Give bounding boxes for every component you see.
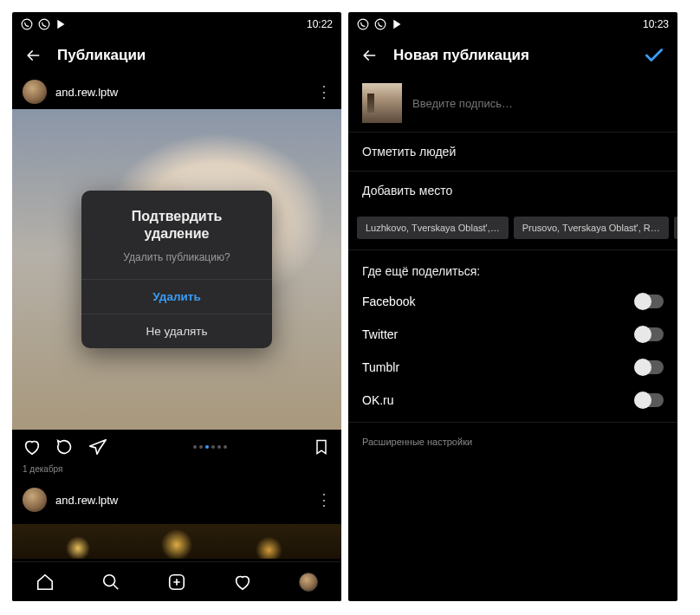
viber-icon <box>38 18 50 30</box>
dialog-cancel-button[interactable]: Не удалять <box>81 314 272 348</box>
play-store-icon <box>55 18 68 30</box>
viber-icon <box>21 18 33 30</box>
share-target-label: OK.ru <box>362 393 394 407</box>
add-post-icon[interactable] <box>167 573 186 592</box>
post-more-icon[interactable]: ⋮ <box>316 82 331 101</box>
viber-icon <box>357 18 369 30</box>
toggle-okru[interactable] <box>634 393 664 407</box>
post-header: and.rew.lptw ⋮ <box>12 74 341 109</box>
caption-input[interactable] <box>412 97 664 110</box>
confirm-delete-dialog: Подтвердить удаление Удалить публикацию?… <box>81 191 272 348</box>
status-bar: 10:23 <box>348 12 677 36</box>
location-chip[interactable]: Prusovo, Tverskaya Oblast', R… <box>514 217 669 239</box>
share-row-okru: OK.ru <box>348 384 677 417</box>
toggle-facebook[interactable] <box>634 295 664 308</box>
post-thumbnail[interactable] <box>362 83 402 123</box>
share-row-twitter: Twitter <box>348 318 677 351</box>
play-store-icon <box>392 18 404 30</box>
svg-point-4 <box>358 19 368 29</box>
share-target-label: Tumblr <box>362 360 399 374</box>
toggle-twitter[interactable] <box>634 327 664 341</box>
dialog-backdrop: Подтвердить удаление Удалить публикацию?… <box>12 109 341 430</box>
post-username[interactable]: and.rew.lptw <box>55 86 308 99</box>
status-bar: 10:22 <box>12 12 341 36</box>
avatar[interactable] <box>23 80 47 104</box>
bottom-nav <box>12 561 341 601</box>
post-more-icon[interactable]: ⋮ <box>316 490 331 509</box>
location-chip[interactable]: Luzhkovo, Tverskaya Oblast',… <box>357 217 509 239</box>
location-chip[interactable]: Прямух… <box>674 217 677 239</box>
back-arrow-icon[interactable] <box>24 47 42 64</box>
post-photo[interactable] <box>12 524 341 559</box>
phone-right: 10:23 Новая публикация Отметить людей До… <box>348 12 677 601</box>
app-header: Публикации <box>12 36 341 74</box>
phone-left: 10:22 Публикации and.rew.lptw ⋮ Подтверд… <box>12 12 341 601</box>
status-time: 10:22 <box>307 18 333 30</box>
add-location-row[interactable]: Добавить место <box>348 172 677 210</box>
share-target-label: Facebook <box>362 295 415 308</box>
share-row-facebook: Facebook <box>348 285 677 318</box>
dialog-title: Подтвердить удаление <box>81 191 272 246</box>
bookmark-icon[interactable] <box>312 437 331 456</box>
page-title: Публикации <box>57 47 329 64</box>
svg-point-0 <box>22 19 32 29</box>
svg-point-1 <box>39 19 49 29</box>
home-icon[interactable] <box>36 573 55 592</box>
post-username[interactable]: and.rew.lptw <box>55 494 308 507</box>
back-arrow-icon[interactable] <box>360 47 378 64</box>
toggle-tumblr[interactable] <box>634 360 664 374</box>
svg-point-5 <box>375 19 386 29</box>
post-date: 1 декабря <box>12 464 341 474</box>
post-action-bar <box>12 430 341 464</box>
post-header: and.rew.lptw ⋮ <box>12 482 341 517</box>
svg-point-2 <box>104 574 115 586</box>
share-row-tumblr: Tumblr <box>348 351 677 384</box>
like-icon[interactable] <box>23 437 42 456</box>
share-target-label: Twitter <box>362 327 398 341</box>
status-time: 10:23 <box>643 18 669 30</box>
tag-people-row[interactable]: Отметить людей <box>348 133 677 172</box>
dialog-message: Удалить публикацию? <box>81 246 272 279</box>
advanced-settings-row[interactable]: Расширенные настройки <box>348 422 677 461</box>
comment-icon[interactable] <box>55 437 75 456</box>
carousel-dots <box>193 445 227 449</box>
caption-row <box>348 74 677 133</box>
avatar[interactable] <box>23 488 47 512</box>
page-title: Новая публикация <box>393 47 627 64</box>
activity-icon[interactable] <box>233 573 252 592</box>
dialog-confirm-button[interactable]: Удалить <box>81 279 272 314</box>
viber-icon <box>374 18 386 30</box>
share-also-label: Где ещё поделиться: <box>348 250 677 285</box>
app-header: Новая публикация <box>348 36 677 74</box>
post-photo[interactable]: Подтвердить удаление Удалить публикацию?… <box>12 109 341 430</box>
confirm-check-icon[interactable] <box>643 44 665 67</box>
share-icon[interactable] <box>88 437 107 456</box>
profile-avatar-icon[interactable] <box>299 573 318 592</box>
location-suggestions: Luzhkovo, Tverskaya Oblast',… Prusovo, T… <box>348 210 677 250</box>
search-icon[interactable] <box>101 573 120 592</box>
